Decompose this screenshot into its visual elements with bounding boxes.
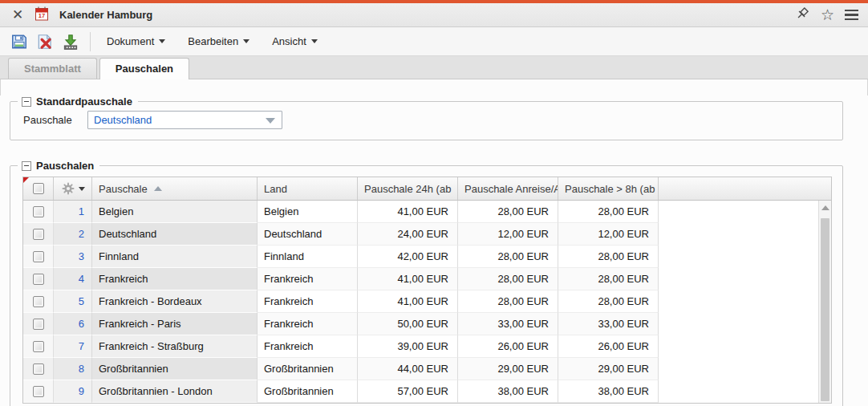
column-header-pauschale-8h[interactable]: Pauschale > 8h (ab <box>558 177 659 200</box>
row-checkbox[interactable] <box>33 386 44 397</box>
table-row[interactable]: 1 Belgien Belgien 41,00 EUR 28,00 EUR 28… <box>23 201 831 223</box>
row-checkbox-cell <box>23 268 54 290</box>
calendar-icon: 17 <box>34 6 50 24</box>
cell-anreise: 28,00 EUR <box>458 268 558 290</box>
collapse-icon[interactable] <box>22 97 31 107</box>
grid-options-header-cell[interactable] <box>54 177 92 200</box>
cell-p24h: 57,00 EUR <box>358 380 458 403</box>
corner-flag-icon <box>23 177 29 183</box>
close-icon[interactable]: ✕ <box>10 8 26 22</box>
row-checkbox[interactable] <box>33 229 44 240</box>
cell-land: Finnland <box>258 246 358 268</box>
cell-land: Belgien <box>258 201 358 223</box>
table-row[interactable]: 2 Deutschland Deutschland 24,00 EUR 12,0… <box>23 223 831 246</box>
select-all-checkbox[interactable] <box>33 183 44 194</box>
row-number: 3 <box>54 246 92 268</box>
cell-p24h: 24,00 EUR <box>358 223 458 246</box>
tab-stammblatt[interactable]: Stammblatt <box>8 58 97 79</box>
row-checkbox[interactable] <box>33 206 44 217</box>
grid-header: Pauschale Land Pauschale 24h (ab Pauscha… <box>23 177 831 201</box>
cell-pauschale: Frankreich <box>92 268 258 290</box>
cell-anreise: 26,00 EUR <box>458 335 558 358</box>
cell-anreise: 38,00 EUR <box>458 380 558 403</box>
save-button[interactable] <box>8 30 30 53</box>
column-header-pauschale-anreise-label: Pauschale Anreise/A <box>464 183 558 195</box>
pin-icon[interactable] <box>794 6 810 24</box>
chevron-down-icon <box>159 39 165 43</box>
tab-pauschalen-label: Pauschalen <box>116 63 173 75</box>
row-checkbox[interactable] <box>33 274 44 285</box>
row-checkbox-cell <box>23 223 54 246</box>
cell-land: Großbritannien <box>258 358 358 380</box>
table-row[interactable]: 9 Großbritannien - London Großbritannien… <box>23 380 831 403</box>
cell-p8h: 12,00 EUR <box>558 223 659 246</box>
row-checkbox-cell <box>23 380 54 403</box>
column-header-land[interactable]: Land <box>258 177 358 200</box>
cell-p24h: 44,00 EUR <box>358 358 458 380</box>
cell-p8h: 38,00 EUR <box>558 380 659 403</box>
import-button[interactable] <box>59 30 82 53</box>
row-number: 1 <box>54 201 92 223</box>
row-number: 6 <box>54 313 92 335</box>
table-row[interactable]: 7 Frankreich - Straßburg Frankreich 39,0… <box>23 335 831 358</box>
cell-p8h: 29,00 EUR <box>558 358 659 380</box>
cell-p24h: 41,00 EUR <box>358 201 458 223</box>
column-header-pauschale-24h[interactable]: Pauschale 24h (ab <box>358 177 458 200</box>
row-number: 7 <box>54 335 92 358</box>
table-row[interactable]: 3 Finnland Finnland 42,00 EUR 28,00 EUR … <box>23 246 831 268</box>
standardpauschale-fieldset: Standardpauschale Pauschale Deutschland <box>10 95 843 140</box>
select-all-header-cell[interactable] <box>23 177 54 200</box>
row-checkbox[interactable] <box>33 363 44 375</box>
table-row[interactable]: 8 Großbritannien Großbritannien 44,00 EU… <box>23 358 831 380</box>
collapse-icon[interactable] <box>22 161 31 171</box>
column-header-pauschale-anreise[interactable]: Pauschale Anreise/A <box>458 177 558 200</box>
combo-dropdown-icon[interactable] <box>266 118 275 124</box>
cell-pauschale: Großbritannien - London <box>92 380 258 403</box>
table-row[interactable]: 4 Frankreich Frankreich 41,00 EUR 28,00 … <box>23 268 831 290</box>
row-checkbox-cell <box>23 358 54 380</box>
row-checkbox[interactable] <box>33 251 44 262</box>
cell-anreise: 29,00 EUR <box>458 358 558 380</box>
menu-ansicht[interactable]: Ansicht <box>264 30 326 52</box>
row-checkbox-cell <box>23 313 54 335</box>
table-row[interactable]: 5 Frankreich - Bordeaux Frankreich 41,00… <box>23 290 831 313</box>
standardpauschale-legend: Standardpauschale <box>18 95 138 108</box>
menu-icon[interactable] <box>845 10 858 20</box>
cell-pauschale: Großbritannien <box>92 358 258 380</box>
cell-p8h: 33,00 EUR <box>558 313 659 335</box>
column-header-pauschale-label: Pauschale <box>99 183 148 195</box>
pauschale-combobox[interactable]: Deutschland <box>87 111 282 129</box>
cell-p8h: 26,00 EUR <box>558 335 659 358</box>
cell-anreise: 12,00 EUR <box>458 223 558 246</box>
pauschalen-legend-label: Pauschalen <box>36 160 94 172</box>
tab-pauschalen[interactable]: Pauschalen <box>99 58 189 79</box>
row-number: 2 <box>54 223 92 246</box>
save-icon <box>10 33 28 51</box>
grid-options-button[interactable] <box>62 182 85 195</box>
cell-pauschale: Frankreich - Paris <box>92 313 258 335</box>
cell-pauschale: Frankreich - Bordeaux <box>92 290 258 313</box>
column-header-pauschale[interactable]: Pauschale <box>92 177 258 200</box>
discard-icon <box>36 33 54 51</box>
menu-bearbeiten[interactable]: Bearbeiten <box>180 30 258 52</box>
menu-dokument[interactable]: Dokument <box>99 30 173 52</box>
vertical-scrollbar[interactable] <box>818 201 831 403</box>
cell-anreise: 33,00 EUR <box>458 313 558 335</box>
scroll-up-icon[interactable] <box>821 205 829 210</box>
cell-pauschale: Deutschland <box>92 223 258 246</box>
discard-button[interactable] <box>34 30 56 53</box>
cell-land: Großbritannien <box>258 380 358 403</box>
cell-p8h: 28,00 EUR <box>558 290 659 313</box>
row-checkbox[interactable] <box>33 341 44 352</box>
row-checkbox[interactable] <box>33 296 44 307</box>
row-checkbox[interactable] <box>33 319 44 330</box>
toolbar-separator <box>90 32 91 51</box>
cell-p8h: 28,00 EUR <box>558 201 659 223</box>
scrollbar-thumb[interactable] <box>821 218 829 401</box>
cell-p24h: 41,00 EUR <box>358 268 458 290</box>
cell-pauschale: Finnland <box>92 246 258 268</box>
content-area: Standardpauschale Pauschale Deutschland … <box>0 95 868 406</box>
table-row[interactable]: 6 Frankreich - Paris Frankreich 50,00 EU… <box>23 313 831 335</box>
star-icon[interactable]: ☆ <box>821 7 834 22</box>
pauschalen-grid: Pauschale Land Pauschale 24h (ab Pauscha… <box>22 177 832 404</box>
